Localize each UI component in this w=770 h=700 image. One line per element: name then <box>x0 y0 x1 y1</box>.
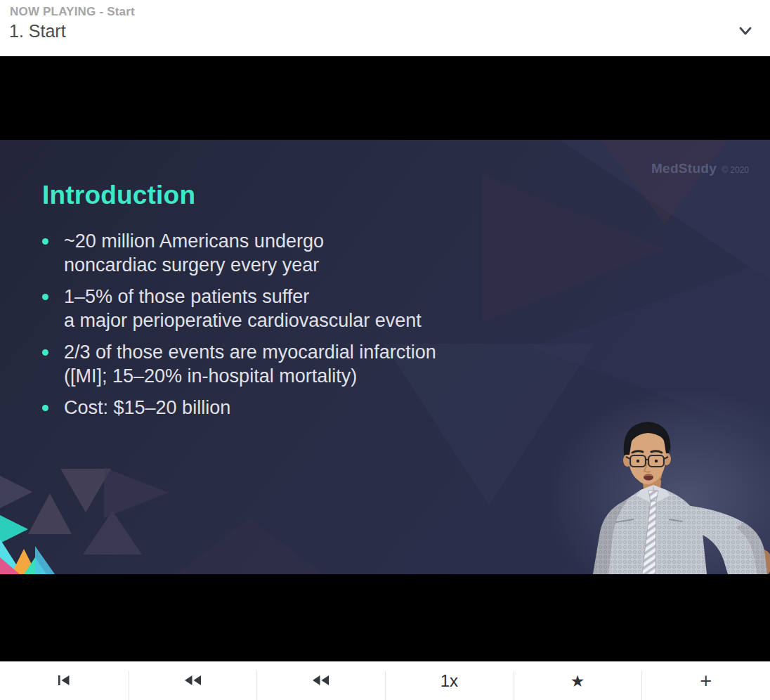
track-title: 1. Start <box>9 21 66 41</box>
player-header: NOW PLAYING - Start 1. Start <box>0 0 770 56</box>
slide-bullet-list: ~20 million Americans undergo noncardiac… <box>42 229 436 427</box>
bullet-dot-icon <box>42 349 48 356</box>
mosaic-triangle <box>35 546 55 574</box>
bullet-line: ~20 million Americans undergo <box>64 229 324 253</box>
presenter-video <box>583 417 770 574</box>
watermark-copyright: © 2020 <box>722 165 749 175</box>
bullet-line: Cost: $15–20 billion <box>64 396 230 420</box>
mosaic-triangle <box>104 467 169 518</box>
bullet-line: a major perioperative cardiovascular eve… <box>64 309 422 332</box>
bullet-item: Cost: $15–20 billion <box>42 396 436 420</box>
playback-speed-button[interactable]: 1x <box>385 662 514 700</box>
rewind-icon <box>311 675 330 688</box>
skip-to-start-button[interactable] <box>0 662 129 700</box>
playback-control-bar: 1x ★ + <box>0 661 770 700</box>
bullet-item: ~20 million Americans undergo noncardiac… <box>42 229 436 277</box>
bullet-item: 2/3 of those events are myocardial infar… <box>42 340 436 388</box>
playback-speed-label: 1x <box>441 671 458 691</box>
rewind-icon <box>183 675 202 688</box>
collapse-player-button[interactable] <box>733 20 757 44</box>
bullet-line: 2/3 of those events are myocardial infar… <box>64 340 436 364</box>
watermark-brand: MedStudy <box>651 161 717 176</box>
now-playing-label: NOW PLAYING - Start <box>10 5 135 19</box>
bullet-item: 1–5% of those patients suffer a major pe… <box>42 285 436 332</box>
favorite-button[interactable]: ★ <box>514 662 642 700</box>
bullet-line: 1–5% of those patients suffer <box>64 285 422 309</box>
mosaic-triangle <box>0 476 32 508</box>
mosaic-triangle <box>28 493 72 534</box>
rewind-section-button[interactable] <box>129 662 257 700</box>
bullet-line: noncardiac surgery every year <box>64 253 324 277</box>
chevron-down-icon <box>737 22 754 41</box>
skip-to-start-icon <box>57 674 71 689</box>
mosaic-triangle <box>482 175 665 323</box>
medstudy-watermark: MedStudy © 2020 <box>651 161 749 176</box>
rewind-button[interactable] <box>256 662 385 700</box>
mosaic-triangle <box>0 515 28 543</box>
mosaic-triangle <box>60 469 111 512</box>
slide-heading: Introduction <box>42 181 195 210</box>
bullet-dot-icon <box>42 405 48 411</box>
bullet-dot-icon <box>42 238 48 245</box>
video-frame[interactable]: MedStudy © 2020 Introduction ~20 million… <box>0 56 770 661</box>
mosaic-triangle <box>176 518 323 574</box>
add-button[interactable]: + <box>641 662 770 700</box>
mosaic-triangle <box>83 511 142 555</box>
plus-icon: + <box>700 671 712 692</box>
bullet-dot-icon <box>42 294 48 300</box>
bullet-line: ([MI]; 15–20% in-hospital mortality) <box>64 364 436 388</box>
star-icon: ★ <box>570 672 585 691</box>
lecture-slide: MedStudy © 2020 Introduction ~20 million… <box>0 140 770 574</box>
